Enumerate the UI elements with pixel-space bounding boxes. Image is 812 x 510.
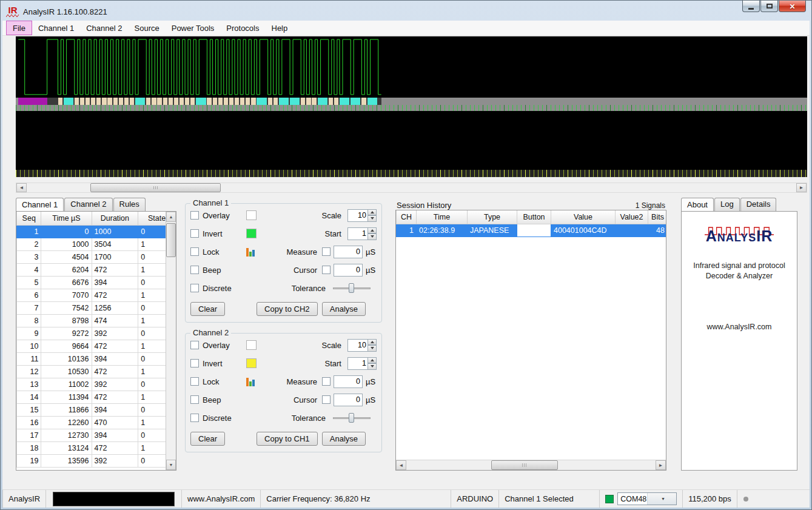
scroll-left-button[interactable]: [396, 460, 406, 470]
vscroll-track[interactable]: [166, 222, 176, 460]
start-input[interactable]: [347, 227, 368, 240]
overlay-color-swatch[interactable]: [246, 210, 257, 220]
beep-checkbox[interactable]: [190, 395, 199, 404]
pulse-table-row[interactable]: 3450417000: [17, 250, 176, 263]
measure-checkbox[interactable]: [322, 377, 331, 386]
spin-up-icon[interactable]: [368, 227, 377, 234]
menu-channel-1[interactable]: Channel 1: [32, 21, 80, 35]
col-value2[interactable]: Value2: [616, 210, 648, 224]
scrollbar-track[interactable]: [27, 183, 796, 192]
spin-down-icon[interactable]: [368, 233, 377, 240]
pulse-table-row[interactable]: 462044721: [17, 263, 176, 276]
tolerance-slider[interactable]: [333, 283, 371, 294]
invert-color-swatch[interactable]: [246, 229, 257, 238]
col-seq[interactable]: Seq: [17, 212, 41, 225]
about-url[interactable]: www.AnalysIR.com: [682, 323, 797, 331]
menu-help[interactable]: Help: [266, 21, 294, 35]
pulse-table-row[interactable]: 11101363940: [17, 352, 176, 365]
scroll-right-button[interactable]: [656, 460, 666, 470]
pulse-table-row[interactable]: 1096644721: [17, 340, 176, 352]
channel2-scope[interactable]: [16, 111, 807, 170]
pulse-table-row[interactable]: 2100035041: [17, 238, 176, 250]
pulse-table-row[interactable]: 7754212560: [17, 301, 176, 314]
session-history-scrollbar[interactable]: [396, 460, 666, 470]
col-ch[interactable]: CH: [397, 210, 417, 224]
spin-up-icon[interactable]: [368, 357, 377, 364]
spin-down-icon[interactable]: [368, 345, 377, 352]
maximize-button[interactable]: [760, 1, 778, 12]
overlay-checkbox[interactable]: [190, 211, 199, 220]
menu-file[interactable]: File: [6, 21, 32, 35]
invert-color-swatch[interactable]: [246, 358, 257, 368]
clear-button[interactable]: Clear: [190, 432, 225, 446]
tab-details[interactable]: Details: [740, 198, 777, 211]
pulse-table-row[interactable]: 19135963920: [17, 454, 176, 467]
measure-input[interactable]: [334, 246, 363, 258]
col-bits[interactable]: Bits: [648, 210, 667, 224]
invert-checkbox[interactable]: [190, 359, 199, 367]
spin-up-icon[interactable]: [368, 209, 377, 216]
cursor-input[interactable]: [334, 264, 363, 277]
pulse-table-row[interactable]: 670704721: [17, 289, 176, 301]
tab-channel-1[interactable]: Channel 1: [16, 198, 64, 211]
spin-down-icon[interactable]: [368, 363, 377, 370]
scrollbar-thumb[interactable]: [90, 183, 221, 192]
col-type[interactable]: Type: [468, 210, 517, 224]
scrollbar-track[interactable]: [406, 460, 656, 470]
minimize-button[interactable]: [742, 1, 760, 12]
cursor-input[interactable]: [334, 394, 363, 406]
session-history-row[interactable]: 102:26:38.9JAPANESE400401004C4D48: [397, 224, 667, 237]
scroll-right-button[interactable]: [796, 183, 807, 192]
tab-about[interactable]: About: [681, 198, 714, 211]
measure-input[interactable]: [334, 375, 363, 388]
copy-to-ch2-button[interactable]: Copy to CH2: [257, 302, 317, 316]
col-value[interactable]: Value: [551, 210, 616, 224]
pulse-table-vscrollbar[interactable]: [166, 212, 176, 470]
pulse-table-row[interactable]: 1010000: [17, 225, 176, 238]
invert-checkbox[interactable]: [190, 229, 199, 238]
pulse-table-row[interactable]: 887984741: [17, 314, 176, 327]
col-time[interactable]: Time µS: [41, 212, 92, 225]
spin-up-icon[interactable]: [368, 339, 377, 346]
lock-checkbox[interactable]: [190, 247, 199, 256]
pulse-table-row[interactable]: 16122604701: [17, 416, 176, 429]
scroll-down-button[interactable]: [166, 460, 176, 470]
status-url[interactable]: www.AnalysIR.com: [182, 490, 261, 508]
copy-to-ch1-button[interactable]: Copy to CH1: [257, 432, 317, 446]
scale-input[interactable]: [347, 339, 368, 352]
col-button[interactable]: Button: [517, 210, 551, 224]
pulse-table-row[interactable]: 566763940: [17, 276, 176, 289]
discrete-checkbox[interactable]: [190, 284, 199, 292]
pulse-table-row[interactable]: 17127303940: [17, 429, 176, 441]
tab-channel-2[interactable]: Channel 2: [64, 198, 112, 211]
beep-checkbox[interactable]: [190, 266, 199, 274]
spin-down-icon[interactable]: [368, 215, 377, 222]
cursor-checkbox[interactable]: [322, 395, 331, 404]
overlay-color-swatch[interactable]: [246, 340, 257, 350]
pulse-table-row[interactable]: 992723920: [17, 327, 176, 340]
scale-input[interactable]: [347, 209, 368, 222]
channel1-scope[interactable]: [16, 36, 807, 98]
measure-checkbox[interactable]: [322, 247, 331, 256]
tab-log[interactable]: Log: [714, 198, 740, 211]
scroll-left-button[interactable]: [16, 183, 27, 192]
cursor-checkbox[interactable]: [322, 266, 331, 274]
col-time[interactable]: Time: [417, 210, 468, 224]
analyse-button[interactable]: Analyse: [322, 432, 366, 446]
close-button[interactable]: [779, 1, 806, 12]
scroll-up-button[interactable]: [166, 212, 176, 222]
dropdown-arrow-icon[interactable]: [647, 493, 677, 505]
menu-power-tools[interactable]: Power Tools: [166, 21, 221, 35]
pulse-table-row[interactable]: 15118663940: [17, 403, 176, 416]
tab-rules[interactable]: Rules: [113, 198, 146, 211]
discrete-checkbox[interactable]: [190, 414, 199, 422]
overlay-checkbox[interactable]: [190, 341, 199, 349]
menu-source[interactable]: Source: [129, 21, 166, 35]
slider-thumb[interactable]: [349, 413, 354, 423]
tolerance-slider[interactable]: [333, 412, 371, 423]
vscroll-thumb[interactable]: [166, 223, 176, 257]
slider-thumb[interactable]: [349, 283, 354, 293]
pulse-table-row[interactable]: 12105304721: [17, 365, 176, 378]
clear-button[interactable]: Clear: [190, 302, 225, 316]
pulse-table-row[interactable]: 14113944721: [17, 391, 176, 403]
